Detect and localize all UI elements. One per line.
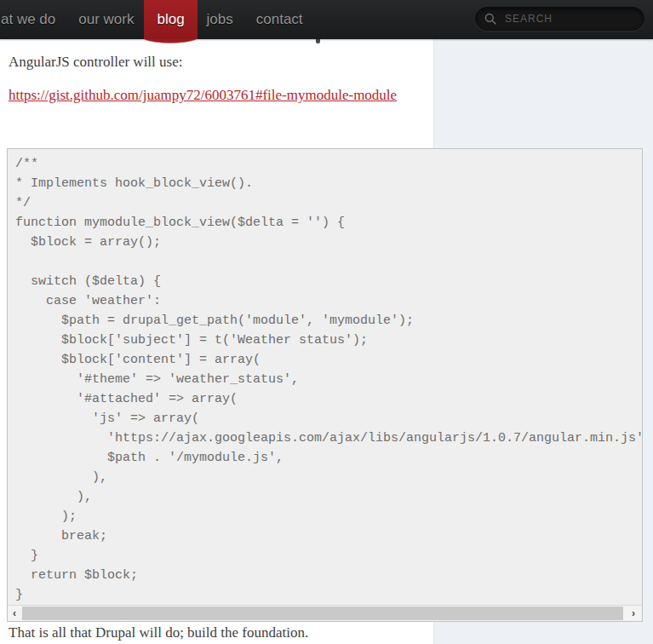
nav-item-what-we-do[interactable]: at we do [1,0,55,39]
clipped-text-fragment [316,39,320,43]
scroll-right-arrow-icon[interactable]: › [627,606,640,621]
top-navbar: at we do our work blog jobs contact [0,0,653,39]
scrollbar-thumb[interactable] [22,607,623,620]
search-icon [484,13,496,25]
outro-paragraph: That is all that Drupal will do; build t… [9,623,308,643]
code-block: /** * Implements hook_block_view(). */ f… [7,148,643,622]
nav-tab-blog-label: blog [157,11,184,28]
nav-item-jobs[interactable]: jobs [207,0,233,39]
gist-link-paragraph: https://gist.github.com/juampy72/6003761… [9,83,426,108]
nav-tab-blog-active[interactable]: blog [144,0,197,39]
code-content: /** * Implements hook_block_view(). */ f… [8,149,642,605]
code-horizontal-scrollbar[interactable]: ‹ › [8,605,642,621]
intro-paragraph: AngularJS controller will use: [9,49,182,75]
search-input[interactable] [503,12,635,26]
gist-link[interactable]: https://gist.github.com/juampy72/6003761… [9,87,397,103]
nav-item-contact[interactable]: contact [256,0,303,39]
nav-item-our-work[interactable]: our work [78,0,134,39]
blog-tab-ribbon-edge [144,39,197,44]
search-box[interactable] [475,7,644,31]
scroll-left-arrow-icon[interactable]: ‹ [8,606,21,621]
